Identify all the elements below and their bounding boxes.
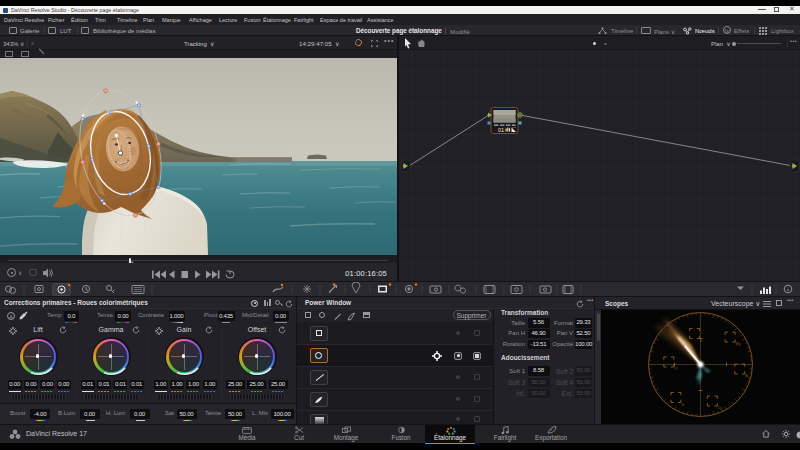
svg-text:G: G bbox=[681, 403, 684, 407]
svg-text:Mg: Mg bbox=[736, 342, 741, 346]
svg-text:R: R bbox=[700, 339, 703, 343]
svg-text:Cy: Cy bbox=[718, 406, 723, 410]
svg-text:Yl: Yl bbox=[674, 367, 677, 371]
svg-text:01: 01 bbox=[498, 127, 504, 133]
